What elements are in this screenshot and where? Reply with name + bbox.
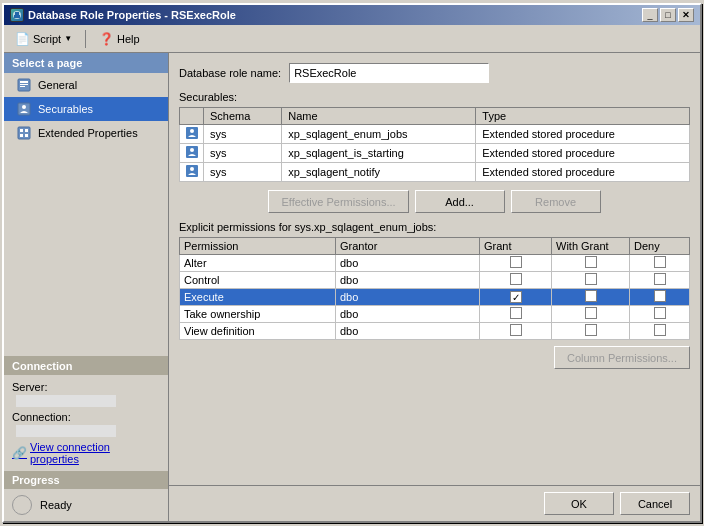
col-type: Type [476, 108, 690, 125]
extended-properties-icon [16, 125, 32, 141]
perm-with-grant-cell [552, 306, 630, 323]
perm-deny-cell [630, 272, 690, 289]
general-label: General [38, 79, 77, 91]
row-schema: sys [204, 125, 282, 144]
server-label: Server: [12, 381, 160, 393]
view-connection-link[interactable]: 🔗 View connection properties [12, 441, 160, 465]
with-grant-checkbox[interactable] [585, 324, 597, 336]
main-window: Database Role Properties - RSExecRole _ … [2, 3, 702, 523]
with-grant-checkbox[interactable] [585, 290, 597, 302]
remove-label: Remove [535, 196, 576, 208]
perm-name: Take ownership [180, 306, 336, 323]
sidebar: Select a page General Securables Extende… [4, 53, 169, 521]
perm-name: View definition [180, 323, 336, 340]
help-label: Help [117, 33, 140, 45]
deny-checkbox[interactable] [654, 324, 666, 336]
perm-grant-cell [480, 255, 552, 272]
svg-point-17 [190, 148, 194, 152]
permissions-row[interactable]: View definition dbo [180, 323, 690, 340]
remove-button[interactable]: Remove [511, 190, 601, 213]
progress-spinner [12, 495, 32, 515]
minimize-button[interactable]: _ [642, 8, 658, 22]
perm-with-grant-cell [552, 255, 630, 272]
with-grant-checkbox[interactable] [585, 307, 597, 319]
window-body: Select a page General Securables Extende… [4, 53, 700, 521]
permissions-row[interactable]: Control dbo [180, 272, 690, 289]
view-connection-label: View connection properties [30, 441, 160, 465]
role-name-label: Database role name: [179, 67, 281, 79]
add-button[interactable]: Add... [415, 190, 505, 213]
help-button[interactable]: ❓ Help [92, 28, 147, 50]
row-name: xp_sqlagent_notify [282, 163, 476, 182]
deny-checkbox[interactable] [654, 273, 666, 285]
grant-checkbox[interactable] [510, 307, 522, 319]
svg-point-8 [22, 105, 26, 109]
sidebar-item-securables[interactable]: Securables [4, 97, 168, 121]
securables-row[interactable]: sys xp_sqlagent_is_starting Extended sto… [180, 144, 690, 163]
grant-checkbox[interactable] [510, 273, 522, 285]
column-permissions-button[interactable]: Column Permissions... [554, 346, 690, 369]
connection-content: Server: Connection: 🔗 View connection pr… [4, 375, 168, 471]
perm-name: Execute [180, 289, 336, 306]
securables-table: Schema Name Type sys xp_sqlagent_enum_jo… [179, 107, 690, 182]
perm-grantor: dbo [336, 272, 480, 289]
toolbar: 📄 Script ▼ ❓ Help [4, 25, 700, 53]
permissions-row[interactable]: Take ownership dbo [180, 306, 690, 323]
column-permissions-label: Column Permissions... [567, 352, 677, 364]
deny-checkbox[interactable] [654, 290, 666, 302]
window-icon [10, 8, 24, 22]
row-type: Extended stored procedure [476, 144, 690, 163]
sidebar-item-extended-properties[interactable]: Extended Properties [4, 121, 168, 145]
sidebar-item-general[interactable]: General [4, 73, 168, 97]
perm-col-grantor: Grantor [336, 238, 480, 255]
grant-checkbox[interactable] [510, 291, 522, 303]
title-bar: Database Role Properties - RSExecRole _ … [4, 5, 700, 25]
add-label: Add... [445, 196, 474, 208]
perm-grant-cell [480, 289, 552, 306]
toolbar-separator [85, 30, 86, 48]
cancel-button[interactable]: Cancel [620, 492, 690, 515]
grant-checkbox[interactable] [510, 256, 522, 268]
svg-point-19 [190, 167, 194, 171]
ok-button[interactable]: OK [544, 492, 614, 515]
close-button[interactable]: ✕ [678, 8, 694, 22]
row-name: xp_sqlagent_is_starting [282, 144, 476, 163]
grant-checkbox[interactable] [510, 324, 522, 336]
svg-rect-2 [14, 15, 20, 18]
effective-permissions-label: Effective Permissions... [281, 196, 395, 208]
securables-row[interactable]: sys xp_sqlagent_notify Extended stored p… [180, 163, 690, 182]
bottom-bar: OK Cancel [169, 485, 700, 521]
perm-with-grant-cell [552, 289, 630, 306]
effective-permissions-button[interactable]: Effective Permissions... [268, 190, 408, 213]
deny-checkbox[interactable] [654, 307, 666, 319]
securables-row[interactable]: sys xp_sqlagent_enum_jobs Extended store… [180, 125, 690, 144]
script-button[interactable]: 📄 Script ▼ [8, 28, 79, 50]
permissions-row[interactable]: Alter dbo [180, 255, 690, 272]
column-permissions-row: Column Permissions... [179, 346, 690, 369]
deny-checkbox[interactable] [654, 256, 666, 268]
role-name-input[interactable] [289, 63, 489, 83]
with-grant-checkbox[interactable] [585, 256, 597, 268]
content-area: Database role name: Securables: Schema N… [169, 53, 700, 485]
perm-deny-cell [630, 255, 690, 272]
progress-header: Progress [4, 471, 168, 489]
perm-deny-cell [630, 289, 690, 306]
row-name: xp_sqlagent_enum_jobs [282, 125, 476, 144]
col-name: Name [282, 108, 476, 125]
help-icon: ❓ [99, 32, 114, 46]
perm-grantor: dbo [336, 289, 480, 306]
perm-grantor: dbo [336, 255, 480, 272]
window-title: Database Role Properties - RSExecRole [28, 9, 236, 21]
perm-deny-cell [630, 306, 690, 323]
perm-col-grant: Grant [480, 238, 552, 255]
with-grant-checkbox[interactable] [585, 273, 597, 285]
securables-label: Securables [38, 103, 93, 115]
general-icon [16, 77, 32, 93]
permissions-row[interactable]: Execute dbo [180, 289, 690, 306]
maximize-button[interactable]: □ [660, 8, 676, 22]
svg-rect-4 [20, 81, 28, 83]
svg-rect-5 [20, 84, 28, 85]
ok-label: OK [571, 498, 587, 510]
progress-section: Connection Server: Connection: 🔗 View co… [4, 356, 168, 471]
perm-deny-cell [630, 323, 690, 340]
